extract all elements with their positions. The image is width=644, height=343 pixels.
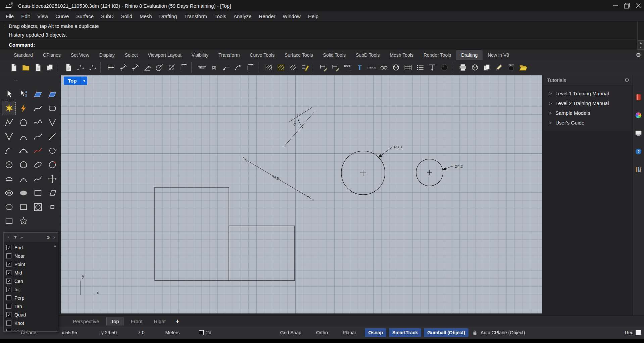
- tutorials-gear-icon[interactable]: ⚙: [625, 77, 629, 83]
- notes-icon[interactable]: [63, 62, 74, 73]
- freeform-curve-tool[interactable]: [31, 101, 45, 115]
- angle-dimension-text[interactable]: 26°: [292, 120, 297, 127]
- tutorial-item[interactable]: ▷ Level 1 Training Manual: [544, 89, 633, 98]
- menu-item[interactable]: Solid: [117, 12, 136, 20]
- menu-item[interactable]: SubD: [97, 12, 117, 20]
- layer-color-swatch[interactable]: [199, 330, 204, 335]
- find-text-icon[interactable]: (TEXT): [366, 62, 378, 73]
- osnap-option[interactable]: Cen: [4, 277, 58, 285]
- dimension-recenter-icon[interactable]: [330, 62, 341, 73]
- tutorial-item[interactable]: ▷ Level 2 Training Manual: [544, 98, 633, 108]
- isometric-text-icon[interactable]: [427, 62, 438, 73]
- rebuild-curve-tool[interactable]: [45, 101, 59, 115]
- display-panel-icon[interactable]: [634, 129, 643, 138]
- dim-horizontal-icon[interactable]: [105, 62, 117, 73]
- menu-item[interactable]: Edit: [17, 12, 34, 20]
- menu-item[interactable]: Help: [304, 12, 322, 20]
- point-rectangle-tool[interactable]: [45, 200, 59, 214]
- osnap-checkbox[interactable]: [6, 253, 11, 258]
- open-template-icon[interactable]: [517, 62, 529, 73]
- leader-icon[interactable]: [220, 62, 232, 73]
- menu-item[interactable]: Curve: [52, 12, 72, 20]
- save-file-icon[interactable]: [32, 62, 44, 73]
- osnap-checkbox[interactable]: [6, 279, 11, 284]
- hatch-icon[interactable]: [263, 62, 275, 73]
- status-toggle[interactable]: Ortho: [313, 328, 331, 337]
- add-viewport-icon[interactable]: +: [176, 318, 180, 325]
- circle-tangent-tool[interactable]: [45, 144, 59, 158]
- toolbar-tab[interactable]: Set View: [66, 50, 94, 60]
- toolbar-tab[interactable]: Display: [94, 50, 120, 60]
- dim-aligned-icon[interactable]: [117, 62, 129, 73]
- osnap-option[interactable]: Int: [4, 285, 58, 294]
- point-line-icon[interactable]: [87, 62, 98, 73]
- command-prompt[interactable]: Command:: [9, 40, 636, 49]
- viewport-top[interactable]: Top ▼: [61, 75, 542, 313]
- units-selector[interactable]: Meters: [165, 330, 180, 335]
- menu-item[interactable]: Window: [279, 12, 304, 20]
- layout-box-icon[interactable]: [469, 62, 481, 73]
- toolbar-tab[interactable]: New in V8: [483, 50, 514, 60]
- toolbar-tab[interactable]: Select: [120, 50, 143, 60]
- osnap-close-icon[interactable]: ×: [53, 235, 55, 240]
- annotate-pen-icon[interactable]: [493, 62, 505, 73]
- print-icon[interactable]: [457, 62, 468, 73]
- expander-icon[interactable]: ▷: [549, 101, 552, 105]
- circle-deformable-tool[interactable]: [45, 158, 59, 172]
- radius-dimension-text[interactable]: R3.3: [394, 145, 402, 149]
- toolbar-tab[interactable]: Viewport Layout: [143, 50, 187, 60]
- tutorial-item[interactable]: ▷ Sample Models: [544, 108, 633, 118]
- circle-center-tool[interactable]: [2, 158, 16, 172]
- torus-tool[interactable]: [2, 186, 16, 200]
- edit-dimension-icon[interactable]: [318, 62, 329, 73]
- osnap-checkbox[interactable]: [6, 321, 11, 326]
- layer-name[interactable]: 2d: [206, 330, 211, 335]
- selection-filter-tool[interactable]: [16, 87, 31, 101]
- active-layer-selector[interactable]: 2d: [199, 330, 211, 335]
- status-toggle[interactable]: SmartTrack: [389, 328, 421, 337]
- record-history-icon[interactable]: [636, 330, 641, 335]
- expander-icon[interactable]: ▷: [549, 120, 552, 125]
- dim-ordinate-icon[interactable]: [178, 62, 189, 73]
- circle-3pt-tool[interactable]: [16, 158, 31, 172]
- arc-tool[interactable]: [16, 130, 31, 144]
- length-dimension-text[interactable]: 11.9: [271, 174, 280, 181]
- polyline-tool[interactable]: [2, 115, 16, 130]
- osnap-overflow-icon[interactable]: »: [54, 243, 56, 248]
- osnap-option[interactable]: Mid: [4, 268, 58, 277]
- drawn-rectangle-small[interactable]: [229, 226, 295, 281]
- ordinate-leader-icon[interactable]: [245, 62, 256, 73]
- polygon-tool[interactable]: [16, 115, 31, 130]
- osnap-option[interactable]: Point: [4, 260, 58, 268]
- auto-cplane-toggle[interactable]: Auto CPlane (Object): [481, 330, 525, 335]
- cplane-tool[interactable]: [31, 87, 45, 101]
- rectangle-3pt-tool[interactable]: [16, 200, 31, 214]
- copy-file-icon[interactable]: [44, 62, 56, 73]
- parallelogram-tool[interactable]: [45, 186, 59, 200]
- expander-icon[interactable]: ▷: [549, 111, 552, 115]
- drag-handle-icon[interactable]: ⋮: [3, 23, 6, 28]
- menu-item[interactable]: Render: [255, 12, 279, 20]
- help-panel-icon[interactable]: ?: [634, 147, 643, 156]
- expander-icon[interactable]: ▷: [549, 91, 552, 96]
- color-wheel-icon[interactable]: [634, 111, 643, 119]
- restore-button[interactable]: [621, 0, 633, 11]
- osnap-chevrons-icon[interactable]: »: [20, 235, 23, 240]
- viewport-menu-dropdown-icon[interactable]: ▼: [81, 77, 87, 85]
- status-toggle[interactable]: Gumball (Object): [424, 328, 468, 337]
- osnap-checkbox[interactable]: [6, 245, 11, 250]
- osnap-option[interactable]: Tan: [4, 302, 58, 310]
- menu-item[interactable]: File: [2, 12, 17, 20]
- text-orientation-icon[interactable]: [390, 62, 402, 73]
- osnap-gear-icon[interactable]: ⚙: [46, 235, 50, 240]
- viewport-tab-front[interactable]: Front: [127, 317, 147, 326]
- osnap-checkbox[interactable]: [6, 304, 11, 309]
- curve-through-points-tool[interactable]: [2, 130, 16, 144]
- scroll-down-icon[interactable]: ▼: [638, 45, 644, 50]
- osnap-checkbox[interactable]: [6, 262, 11, 267]
- ellipse-tool[interactable]: [16, 186, 31, 200]
- osnap-checkbox[interactable]: [6, 312, 11, 317]
- osnap-drag-handle-icon[interactable]: ⋮: [6, 235, 10, 240]
- text-block-icon[interactable]: TEXT: [196, 62, 208, 73]
- arc-center-tool[interactable]: [2, 144, 16, 158]
